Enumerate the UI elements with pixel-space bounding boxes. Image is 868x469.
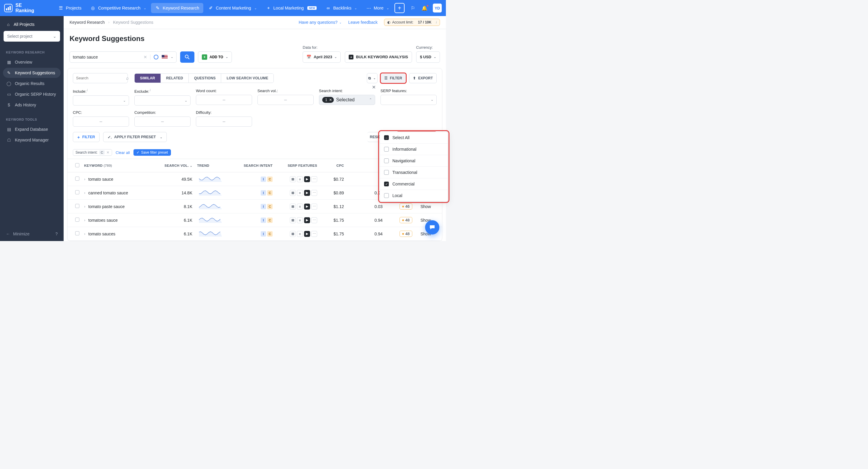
save-preset-button[interactable]: ✓Save filter preset <box>133 149 171 156</box>
intent-informational[interactable]: Informational <box>380 144 448 155</box>
bulk-analysis-button[interactable]: +BULK KEYWORD ANALYSIS <box>345 52 412 63</box>
sidebar-minimize[interactable]: ←Minimize <box>6 231 29 236</box>
serp-feature-icon[interactable]: ≡ <box>297 217 303 223</box>
nav-content[interactable]: ✐Content Marketing⌄ <box>204 3 261 13</box>
select-project-dropdown[interactable]: Select project⌄ <box>4 31 60 41</box>
row-checkbox[interactable] <box>75 177 80 181</box>
currency-select[interactable]: $ USD⌄ <box>416 52 440 63</box>
clear-all-link[interactable]: Clear all <box>116 150 130 155</box>
sidebar-keyword-manager[interactable]: ☖Keyword Manager <box>3 135 61 145</box>
wordcount-input[interactable]: – <box>196 95 252 105</box>
crumb-research[interactable]: Keyword Research <box>69 20 105 25</box>
keyword-text[interactable]: tomatoes sauce <box>88 218 118 223</box>
keyword-text[interactable]: canned tomato sauce <box>88 190 128 195</box>
nav-backlinks[interactable]: ∞Backlinks⌄ <box>321 3 361 13</box>
keyword-search-box[interactable]: ✕ ⌄ <box>69 52 177 63</box>
sidebar-all-projects[interactable]: ⌂All Projects <box>3 21 61 31</box>
chat-widget[interactable] <box>425 220 439 234</box>
expand-icon[interactable]: › <box>84 177 85 181</box>
keyword-text[interactable]: tomato sauces <box>88 231 115 236</box>
intent-transactional[interactable]: Transactional <box>380 167 448 178</box>
difficulty-input[interactable]: – <box>196 117 252 127</box>
serp-video-icon[interactable]: ▶ <box>304 231 310 237</box>
serp-more-icon[interactable]: ⋯ <box>311 231 317 237</box>
serp-feature-icon[interactable]: ▦ <box>290 217 296 223</box>
intent-local[interactable]: Local <box>380 190 448 201</box>
export-button[interactable]: ⬆EXPORT <box>409 73 437 83</box>
panel-search[interactable]: ⌕ <box>73 73 128 83</box>
row-checkbox[interactable] <box>75 231 80 236</box>
sidebar-serp-history[interactable]: ▭Organic SERP History <box>3 89 61 99</box>
search-button[interactable] <box>180 52 194 63</box>
serp-feature-icon[interactable]: ▦ <box>290 190 296 196</box>
have-questions-link[interactable]: Have any questions?⌄ <box>299 20 342 25</box>
tab-low-volume[interactable]: LOW SEARCH VOLUME <box>221 74 274 83</box>
select-all-checkbox[interactable] <box>75 163 80 167</box>
nav-competitive[interactable]: ◎Competitive Research⌄ <box>86 3 150 13</box>
serp-more-icon[interactable]: ⋯ <box>311 204 317 210</box>
brand-logo[interactable]: SE Ranking <box>4 3 42 13</box>
serp-more-icon[interactable]: ⋯ <box>311 190 317 196</box>
row-checkbox[interactable] <box>75 218 80 222</box>
filter-button[interactable]: ☰FILTER <box>380 73 406 83</box>
apply-preset-button[interactable]: ✓.APPLY FILTER PRESET⌄ <box>103 132 167 142</box>
data-for-select[interactable]: 📅April 2023⌄ <box>303 52 341 63</box>
nav-keyword-research[interactable]: ✎Keyword Research <box>151 3 204 13</box>
serp-video-icon[interactable]: ▶ <box>304 217 310 223</box>
serp-video-icon[interactable]: ▶ <box>304 204 310 210</box>
serp-video-icon[interactable]: ▶ <box>304 176 310 182</box>
expand-icon[interactable]: › <box>84 191 85 195</box>
panel-search-input[interactable] <box>76 76 126 80</box>
row-checkbox[interactable] <box>75 204 80 208</box>
expand-icon[interactable]: › <box>84 205 85 209</box>
chevron-down-icon[interactable]: ⌄ <box>170 55 173 59</box>
expand-icon[interactable]: › <box>84 218 85 222</box>
intent-navigational[interactable]: Navigational <box>380 155 448 167</box>
nav-projects[interactable]: ☰Projects <box>54 3 86 13</box>
serp-feature-icon[interactable]: ▦ <box>290 231 296 237</box>
sidebar-ads-history[interactable]: $Ads History <box>3 100 61 110</box>
sidebar-suggestions[interactable]: ✎Keyword Suggestions <box>3 68 61 78</box>
keyword-text[interactable]: tomato sauce <box>88 177 113 182</box>
close-filters-icon[interactable]: ✕ <box>372 85 376 90</box>
row-checkbox[interactable] <box>75 190 80 194</box>
flag-icon[interactable]: ⚐ <box>409 5 416 11</box>
intent-commercial[interactable]: ✓Commercial <box>380 178 448 190</box>
bell-icon[interactable]: 🔔 <box>421 5 428 11</box>
serp-video-icon[interactable]: ▶ <box>304 190 310 196</box>
serp-more-icon[interactable]: ⋯ <box>311 176 317 182</box>
keyword-search-input[interactable] <box>73 55 141 59</box>
tab-similar[interactable]: SIMILAR <box>135 74 161 83</box>
serp-feature-icon[interactable]: ▦ <box>290 204 296 210</box>
serp-more-icon[interactable]: ⋯ <box>311 217 317 223</box>
serp-feature-icon[interactable]: ≡ <box>297 190 303 196</box>
intent-select-all[interactable]: –Select All <box>380 132 448 144</box>
keyword-text[interactable]: tomato paste sauce <box>88 204 125 209</box>
add-filter-button[interactable]: +FILTER <box>73 132 100 142</box>
tab-questions[interactable]: QUESTIONS <box>189 74 221 83</box>
leave-feedback-link[interactable]: Leave feedback <box>348 20 377 25</box>
nav-local[interactable]: ⌖Local MarketingNEW <box>261 3 321 13</box>
applied-filter-chip[interactable]: Search intent:C✕ <box>73 149 112 156</box>
add-to-button[interactable]: +ADD TO⌄ <box>198 52 232 63</box>
expand-icon[interactable]: › <box>84 232 85 236</box>
sidebar-overview[interactable]: ▦Overview <box>3 57 61 67</box>
clear-input-icon[interactable]: ✕ <box>144 55 147 59</box>
columns-button[interactable]: ⧉⌄ <box>367 73 377 83</box>
us-flag-icon[interactable] <box>162 55 168 59</box>
help-icon[interactable]: ? <box>55 231 58 236</box>
competition-input[interactable]: – <box>134 117 190 127</box>
serp-feature-icon[interactable]: ≡ <box>297 176 303 182</box>
clear-intent-icon[interactable]: ✕ <box>329 98 332 102</box>
cpc-input[interactable]: – <box>73 117 129 127</box>
serp-feature-icon[interactable]: ▦ <box>290 176 296 182</box>
serp-feature-icon[interactable]: ≡ <box>297 231 303 237</box>
serpfeatures-select[interactable]: ⌄ <box>380 95 437 105</box>
searchvol-input[interactable]: – <box>257 95 314 105</box>
serp-feature-icon[interactable]: ≡ <box>297 204 303 210</box>
sidebar-expand-db[interactable]: ▤Expand Database <box>3 124 61 134</box>
nav-more[interactable]: ⋯More⌄ <box>362 3 393 13</box>
include-select[interactable]: ⌄ <box>73 95 129 105</box>
account-limit-badge[interactable]: ◐Account limit: 17 / 10K i <box>384 19 440 26</box>
intent-select[interactable]: 1✕Selected ⌃ <box>319 95 375 105</box>
